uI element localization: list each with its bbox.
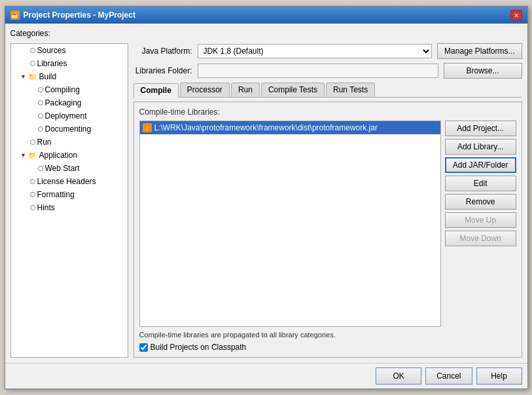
expand-spacer: [27, 98, 36, 107]
libraries-label: Libraries: [37, 59, 67, 68]
deployment-label: Deployment: [45, 111, 87, 121]
list-and-buttons: J L:\WRK\Java\protoframework\framework\d…: [139, 121, 516, 327]
help-button[interactable]: Help: [476, 367, 522, 385]
list-label: Compile-time Libraries:: [139, 107, 516, 117]
dialog-icon: ☕: [10, 10, 20, 20]
dot-icon: [30, 61, 35, 66]
sidebar-item-webstart[interactable]: Web Start: [11, 162, 128, 175]
right-panel: Java Platform: JDK 1.8 (Default) Manage …: [133, 43, 522, 358]
dot-icon: [30, 192, 35, 197]
sidebar-item-compiling[interactable]: Compiling: [11, 83, 128, 96]
license-headers-label: License Headers: [37, 177, 96, 186]
dialog-footer: OK Cancel Help: [5, 363, 527, 388]
expand-icon: [19, 46, 28, 55]
sidebar-item-deployment[interactable]: Deployment: [11, 109, 128, 122]
project-properties-dialog: ☕ Project Properties - MyProject ✕ Categ…: [5, 6, 528, 389]
tab-compile-tests[interactable]: Compile Tests: [261, 83, 325, 97]
folder-icon: 📁: [28, 151, 37, 160]
dialog-title: Project Properties - MyProject: [24, 10, 135, 20]
add-jar-folder-button[interactable]: Add JAR/Folder: [445, 157, 516, 173]
libraries-folder-row: Libraries Folder: Browse...: [133, 63, 522, 79]
sidebar-item-application[interactable]: ▼ 📁 Application: [11, 149, 128, 162]
close-button[interactable]: ✕: [510, 10, 522, 20]
build-label: Build: [39, 72, 57, 81]
dialog-body: Categories: Sources Libraries ▼: [5, 24, 527, 363]
tab-compile[interactable]: Compile: [133, 83, 179, 98]
manage-platforms-button[interactable]: Manage Platforms...: [437, 43, 522, 59]
java-platform-label: Java Platform:: [133, 47, 192, 56]
side-buttons: Add Project... Add Library... Add JAR/Fo…: [445, 121, 516, 327]
dot-icon: [30, 48, 35, 53]
dot-icon: [38, 87, 43, 92]
libraries-folder-input[interactable]: [198, 64, 438, 78]
jar-icon: J: [143, 123, 152, 132]
sidebar-item-formatting[interactable]: Formatting: [11, 188, 128, 201]
sidebar-item-libraries[interactable]: Libraries: [11, 57, 128, 70]
expand-icon: [19, 138, 28, 147]
status-text: Compile-time libraries are propagated to…: [139, 331, 516, 339]
application-label: Application: [39, 151, 78, 160]
expand-spacer: [27, 111, 36, 121]
ok-button[interactable]: OK: [376, 367, 421, 385]
sidebar-item-sources[interactable]: Sources: [11, 44, 128, 57]
add-project-button[interactable]: Add Project...: [445, 121, 516, 136]
main-content: Sources Libraries ▼ 📁 Build: [10, 43, 522, 358]
libraries-folder-label: Libraries Folder:: [133, 66, 192, 75]
dot-icon: [30, 205, 35, 210]
java-platform-row: Java Platform: JDK 1.8 (Default) Manage …: [133, 43, 522, 59]
browse-button[interactable]: Browse...: [444, 63, 522, 79]
add-library-button[interactable]: Add Library...: [445, 139, 516, 155]
cancel-button[interactable]: Cancel: [425, 367, 472, 385]
dot-icon: [38, 166, 43, 171]
move-up-button[interactable]: Move Up: [445, 212, 516, 228]
remove-button[interactable]: Remove: [445, 194, 516, 210]
sidebar-item-hints[interactable]: Hints: [11, 201, 128, 214]
edit-button[interactable]: Edit: [445, 176, 516, 191]
dot-icon: [30, 179, 35, 184]
expand-spacer: [27, 164, 36, 173]
java-platform-select[interactable]: JDK 1.8 (Default): [198, 44, 433, 58]
webstart-label: Web Start: [45, 164, 80, 173]
build-classpath-checkbox[interactable]: [139, 343, 148, 352]
sidebar-item-build[interactable]: ▼ 📁 Build: [11, 70, 128, 83]
expand-icon: [19, 177, 28, 186]
sources-label: Sources: [37, 46, 66, 55]
sidebar-item-packaging[interactable]: Packaging: [11, 96, 128, 109]
packaging-label: Packaging: [45, 98, 82, 107]
categories-label: Categories:: [10, 29, 522, 38]
dot-icon: [38, 113, 43, 119]
expand-icon: [19, 190, 28, 199]
categories-tree[interactable]: Sources Libraries ▼ 📁 Build: [10, 43, 128, 358]
tab-run-tests[interactable]: Run Tests: [326, 83, 375, 97]
expand-icon: [19, 59, 28, 68]
dot-icon: [30, 140, 35, 145]
hints-label: Hints: [37, 203, 55, 212]
tab-strip: Compile Processor Run Compile Tests Run …: [133, 83, 522, 98]
list-item[interactable]: J L:\WRK\Java\protoframework\framework\d…: [140, 121, 440, 134]
dot-icon: [38, 126, 43, 132]
build-classpath-label: Build Projects on Classpath: [151, 343, 247, 352]
compiling-label: Compiling: [45, 85, 80, 94]
expand-spacer: [27, 124, 36, 134]
library-path: L:\WRK\Java\protoframework\framework\dis…: [154, 123, 378, 132]
formatting-label: Formatting: [37, 190, 75, 199]
documenting-label: Documenting: [45, 124, 92, 134]
collapse-icon: ▼: [19, 72, 28, 81]
folder-icon: 📁: [28, 72, 37, 81]
compile-libraries-list[interactable]: J L:\WRK\Java\protoframework\framework\d…: [139, 121, 441, 327]
sidebar-item-run[interactable]: Run: [11, 136, 128, 149]
tab-run[interactable]: Run: [231, 83, 260, 97]
expand-spacer: [27, 85, 36, 94]
run-label: Run: [37, 138, 52, 147]
compile-panel: Compile-time Libraries: J L:\WRK\Java\pr…: [133, 102, 522, 358]
move-down-button[interactable]: Move Down: [445, 231, 516, 246]
sidebar-item-license-headers[interactable]: License Headers: [11, 175, 128, 188]
collapse-icon: ▼: [19, 151, 28, 160]
expand-icon: [19, 203, 28, 212]
title-bar: ☕ Project Properties - MyProject ✕: [5, 7, 527, 24]
sidebar-item-documenting[interactable]: Documenting: [11, 122, 128, 136]
dot-icon: [38, 100, 43, 105]
tab-processor[interactable]: Processor: [180, 83, 230, 97]
build-classpath-row: Build Projects on Classpath: [139, 343, 516, 352]
